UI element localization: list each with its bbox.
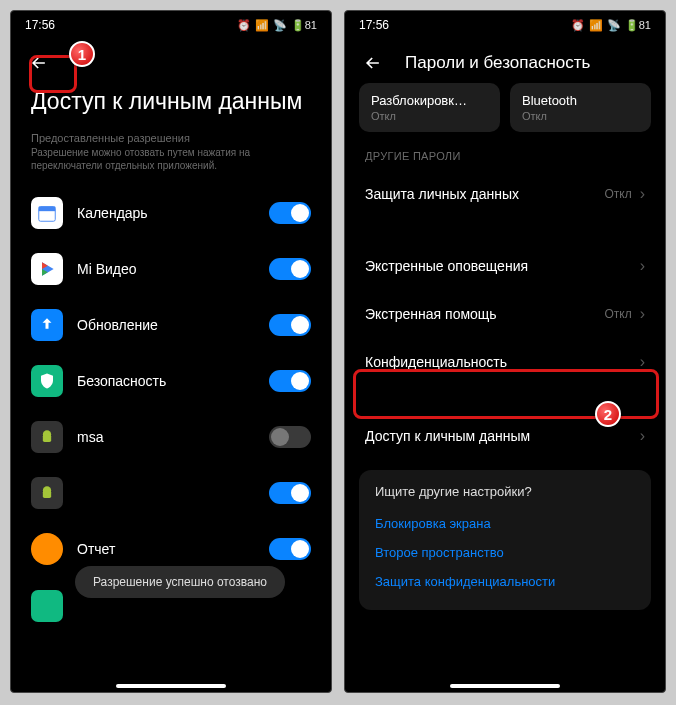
suggest-link-privacy[interactable]: Защита конфиденциальности [375,567,635,596]
android-icon [31,421,63,453]
setting-value: Откл [604,307,631,321]
back-button[interactable] [359,49,387,77]
chevron-right-icon: › [640,257,645,275]
phone-left: 17:56 ⏰ 📶 📡 🔋81 1 Доступ к личным данным… [10,10,332,693]
highlight-back [29,55,77,93]
app-row-hidden[interactable] [11,465,331,521]
signal-icon: 📶 [589,19,603,32]
chevron-right-icon: › [640,427,645,445]
calendar-icon [31,197,63,229]
report-icon [31,533,63,565]
update-icon [31,309,63,341]
card-sub: Откл [522,110,639,122]
wifi-icon: 📡 [607,19,621,32]
permissions-subtitle: Предоставленные разрешения [11,126,331,146]
chevron-right-icon: › [640,305,645,323]
status-time: 17:56 [25,18,55,32]
toggle-update[interactable] [269,314,311,336]
android-icon [31,477,63,509]
app-row-mivideo[interactable]: Mi Видео [11,241,331,297]
app-label: Обновление [77,317,255,333]
toast: Разрешение успешно отозвано [75,566,285,598]
app-row-update[interactable]: Обновление [11,297,331,353]
row-emergency-help[interactable]: Экстренная помощь Откл › [345,290,665,338]
signal-icon: 📶 [255,19,269,32]
status-bar: 17:56 ⏰ 📶 📡 🔋81 [11,11,331,39]
nav-handle[interactable] [116,684,226,688]
svg-rect-8 [43,490,51,498]
section-label: ДРУГИЕ ПАРОЛИ [345,132,665,170]
app-label: Безопасность [77,373,255,389]
card-sub: Откл [371,110,488,122]
card-unlock[interactable]: Разблокировк… Откл [359,83,500,132]
setting-label: Доступ к личным данным [365,428,640,444]
setting-label: Экстренные оповещения [365,258,640,274]
chevron-right-icon: › [640,185,645,203]
card-row: Разблокировк… Откл Bluetooth Откл [345,83,665,132]
toggle-msa[interactable] [269,426,311,448]
toggle-mivideo[interactable] [269,258,311,280]
battery-icon: 🔋81 [625,19,651,32]
app-row-security[interactable]: Безопасность [11,353,331,409]
app-row-msa[interactable]: msa [11,409,331,465]
toggle-security[interactable] [269,370,311,392]
download-icon [31,590,63,622]
status-icons: ⏰ 📶 📡 🔋81 [571,19,651,32]
app-label: msa [77,429,255,445]
svg-rect-6 [43,434,51,442]
phone-right: 17:56 ⏰ 📶 📡 🔋81 Пароли и безопасность Ра… [344,10,666,693]
app-row-calendar[interactable]: Календарь [11,185,331,241]
marker-2: 2 [595,401,621,427]
status-time: 17:56 [359,18,389,32]
app-label: Mi Видео [77,261,255,277]
toggle-hidden[interactable] [269,482,311,504]
setting-label: Защита личных данных [365,186,604,202]
permissions-desc: Разрешение можно отозвать путем нажатия … [11,146,331,185]
card-title: Разблокировк… [371,93,488,108]
battery-icon: 🔋81 [291,19,317,32]
toggle-report[interactable] [269,538,311,560]
marker-1: 1 [69,41,95,67]
header-row: Пароли и безопасность [345,39,665,83]
suggest-box: Ищите другие настройки? Блокировка экран… [359,470,651,610]
nav-handle[interactable] [450,684,560,688]
app-label: Отчет [77,541,255,557]
suggest-title: Ищите другие настройки? [375,484,635,499]
mivideo-icon [31,253,63,285]
svg-rect-1 [39,206,56,211]
suggest-link-lock[interactable]: Блокировка экрана [375,509,635,538]
row-data-protection[interactable]: Защита личных данных Откл › [345,170,665,218]
status-bar: 17:56 ⏰ 📶 📡 🔋81 [345,11,665,39]
header-title: Пароли и безопасность [405,53,590,73]
arrow-left-icon [363,53,383,73]
alarm-icon: ⏰ [237,19,251,32]
alarm-icon: ⏰ [571,19,585,32]
status-icons: ⏰ 📶 📡 🔋81 [237,19,317,32]
toggle-calendar[interactable] [269,202,311,224]
card-title: Bluetooth [522,93,639,108]
row-emergency-alerts[interactable]: Экстренные оповещения › [345,242,665,290]
suggest-link-space[interactable]: Второе пространство [375,538,635,567]
card-bluetooth[interactable]: Bluetooth Откл [510,83,651,132]
app-label: Календарь [77,205,255,221]
shield-icon [31,365,63,397]
setting-label: Конфиденциальность [365,354,640,370]
setting-label: Экстренная помощь [365,306,604,322]
setting-value: Откл [604,187,631,201]
wifi-icon: 📡 [273,19,287,32]
